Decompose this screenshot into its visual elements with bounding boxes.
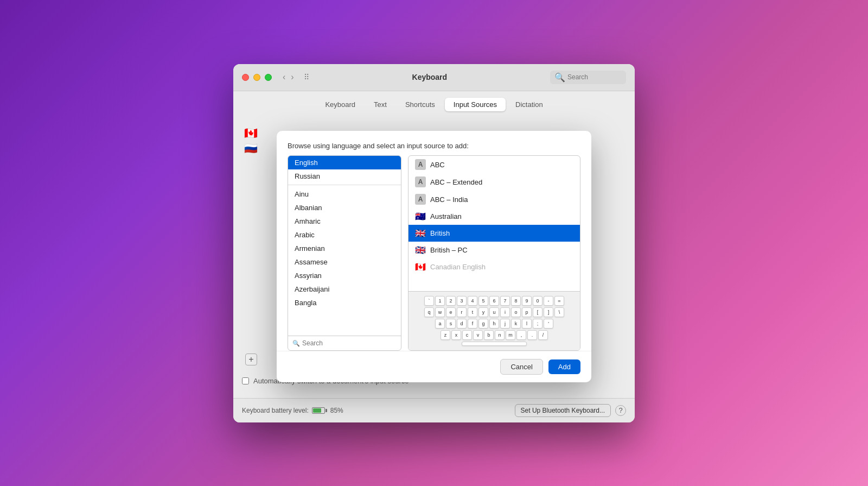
keyboard-window: ‹ › ⠿ Keyboard 🔍 Keyboard Text Shortcuts… bbox=[233, 64, 635, 422]
key-0: 0 bbox=[533, 296, 542, 306]
lang-item-amharic[interactable]: Amharic bbox=[288, 214, 401, 228]
source-label-australian: Australian bbox=[430, 212, 462, 220]
lang-item-azerbaijani[interactable]: Azerbaijani bbox=[288, 282, 401, 296]
key-1: 1 bbox=[435, 296, 445, 306]
british-pc-flag-icon: 🇬🇧 bbox=[415, 245, 426, 255]
kbd-row-asdf: a s d f g h j k l ; ' bbox=[435, 319, 553, 329]
key-h: h bbox=[489, 319, 499, 329]
lang-item-bangla[interactable]: Bangla bbox=[288, 296, 401, 310]
key-p: p bbox=[522, 307, 532, 317]
key-y: y bbox=[478, 307, 488, 317]
source-item-australian[interactable]: 🇦🇺 Australian bbox=[409, 208, 580, 225]
key-o: o bbox=[511, 307, 521, 317]
key-lbracket: [ bbox=[533, 307, 542, 317]
search-icon: 🔍 bbox=[554, 72, 565, 83]
key-space bbox=[462, 342, 527, 346]
key-8: 8 bbox=[511, 296, 521, 306]
tab-input-sources[interactable]: Input Sources bbox=[445, 98, 506, 111]
key-5: 5 bbox=[478, 296, 488, 306]
source-item-british-pc[interactable]: 🇬🇧 British – PC bbox=[409, 242, 580, 258]
key-a: a bbox=[435, 319, 445, 329]
titlebar-search[interactable]: 🔍 bbox=[550, 71, 626, 84]
key-quote: ' bbox=[544, 319, 553, 329]
battery-row: Keyboard battery level: 85% bbox=[242, 407, 343, 414]
search-icon: 🔍 bbox=[292, 340, 300, 347]
nav-arrows: ‹ › bbox=[280, 71, 296, 83]
bluetooth-keyboard-button[interactable]: Set Up Bluetooth Keyboard... bbox=[515, 404, 611, 417]
abc-extended-icon: A bbox=[415, 176, 426, 187]
lang-item-assyrian[interactable]: Assyrian bbox=[288, 269, 401, 282]
titlebar-search-input[interactable] bbox=[567, 73, 622, 81]
key-k: k bbox=[511, 319, 521, 329]
key-backtick: ` bbox=[424, 296, 434, 306]
key-d: d bbox=[457, 319, 467, 329]
source-label-abc-extended: ABC – Extended bbox=[430, 178, 482, 186]
tab-keyboard[interactable]: Keyboard bbox=[316, 98, 364, 111]
key-period: . bbox=[527, 330, 537, 340]
key-q: q bbox=[424, 307, 434, 317]
key-2: 2 bbox=[446, 296, 456, 306]
battery-fill bbox=[313, 408, 321, 413]
battery-icon bbox=[312, 407, 327, 414]
key-comma: , bbox=[516, 330, 526, 340]
kbd-row-numbers: ` 1 2 3 4 5 6 7 8 9 0 - bbox=[424, 296, 564, 306]
british-flag-icon: 🇬🇧 bbox=[415, 228, 426, 238]
lang-item-assamese[interactable]: Assamese bbox=[288, 255, 401, 269]
key-e: e bbox=[446, 307, 456, 317]
key-j: j bbox=[500, 319, 510, 329]
language-search-row[interactable]: 🔍 bbox=[288, 336, 401, 350]
battery-tip bbox=[326, 409, 327, 412]
key-3: 3 bbox=[457, 296, 467, 306]
battery-label: Keyboard battery level: bbox=[242, 407, 309, 414]
key-s: s bbox=[446, 319, 456, 329]
tab-dictation[interactable]: Dictation bbox=[507, 98, 552, 111]
lang-item-ainu[interactable]: Ainu bbox=[288, 187, 401, 201]
key-m: m bbox=[506, 330, 515, 340]
maximize-button[interactable] bbox=[265, 74, 272, 81]
close-button[interactable] bbox=[242, 74, 249, 81]
abc-icon: A bbox=[415, 159, 426, 170]
source-list-container: A ABC A ABC – Extended A ABC – India bbox=[408, 155, 580, 351]
source-list[interactable]: A ABC A ABC – Extended A ABC – India bbox=[409, 156, 580, 291]
minimize-button[interactable] bbox=[253, 74, 260, 81]
key-equals: = bbox=[554, 296, 564, 306]
source-item-abc[interactable]: A ABC bbox=[409, 156, 580, 173]
modal-header: Browse using language and select an inpu… bbox=[277, 131, 591, 155]
lang-item-arabic[interactable]: Arabic bbox=[288, 228, 401, 242]
language-search-input[interactable] bbox=[302, 339, 397, 347]
source-item-british[interactable]: 🇬🇧 British bbox=[409, 225, 580, 242]
abc-india-icon: A bbox=[415, 194, 426, 205]
key-f: f bbox=[468, 319, 477, 329]
add-button[interactable]: Add bbox=[548, 359, 580, 374]
source-item-abc-extended[interactable]: A ABC – Extended bbox=[409, 173, 580, 191]
help-button[interactable]: ? bbox=[615, 405, 626, 416]
lang-item-armenian[interactable]: Armenian bbox=[288, 242, 401, 255]
modal-overlay: Browse using language and select an inpu… bbox=[233, 116, 635, 398]
keyboard-preview: ` 1 2 3 4 5 6 7 8 9 0 - bbox=[409, 291, 580, 350]
key-x: x bbox=[451, 330, 461, 340]
source-label-british: British bbox=[430, 229, 450, 237]
key-minus: - bbox=[544, 296, 553, 306]
key-w: w bbox=[435, 307, 445, 317]
key-9: 9 bbox=[522, 296, 532, 306]
kbd-row-qwerty: q w e r t y u i o p [ ] bbox=[424, 307, 564, 317]
source-item-abc-india[interactable]: A ABC – India bbox=[409, 191, 580, 208]
key-r: r bbox=[457, 307, 467, 317]
tab-text[interactable]: Text bbox=[365, 98, 395, 111]
key-slash: / bbox=[538, 330, 548, 340]
tab-bar: Keyboard Text Shortcuts Input Sources Di… bbox=[233, 91, 635, 116]
lang-item-albanian[interactable]: Albanian bbox=[288, 201, 401, 214]
lang-item-russian[interactable]: Russian bbox=[288, 169, 401, 185]
battery-percent: 85% bbox=[330, 407, 343, 414]
key-g: g bbox=[478, 319, 488, 329]
back-button[interactable]: ‹ bbox=[280, 71, 288, 83]
lang-item-english[interactable]: English bbox=[288, 156, 401, 169]
cancel-button[interactable]: Cancel bbox=[500, 359, 542, 375]
kbd-row-zxcv: z x c v b n m , . / bbox=[441, 330, 548, 340]
tab-shortcuts[interactable]: Shortcuts bbox=[397, 98, 444, 111]
titlebar: ‹ › ⠿ Keyboard 🔍 bbox=[233, 64, 635, 91]
forward-button[interactable]: › bbox=[289, 71, 296, 83]
window-title: Keyboard bbox=[314, 73, 546, 81]
language-list[interactable]: English Russian Ainu Albanian Amharic Ar… bbox=[288, 156, 401, 336]
source-label-british-pc: British – PC bbox=[430, 246, 468, 254]
